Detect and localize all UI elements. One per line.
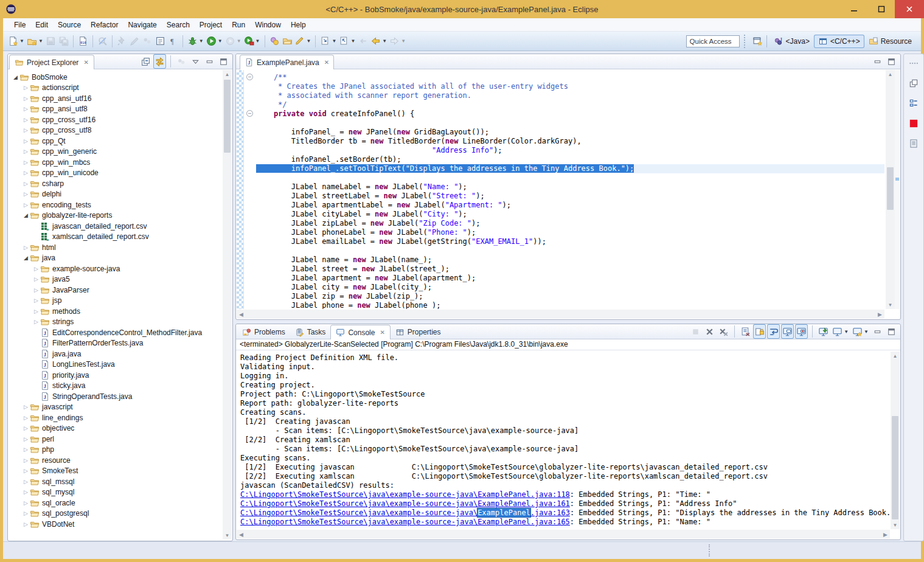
- code-line[interactable]: private void createInfoPanel() {: [256, 109, 884, 119]
- tree-item[interactable]: JLongLinesTest.java: [8, 359, 223, 370]
- code-line[interactable]: JLabel cityLabel = new JLabel("City: ");: [256, 210, 884, 219]
- dropdown-arrow-icon[interactable]: ▼: [307, 38, 311, 44]
- tree-item[interactable]: ▷cpp_cross_utf16: [8, 114, 223, 125]
- dropdown-arrow-icon[interactable]: ▼: [237, 38, 241, 44]
- tree-item[interactable]: JEditCorrespondenceControl_MethodFilter.…: [8, 327, 223, 338]
- tab-project-explorer[interactable]: Project Explorer ✕: [9, 55, 94, 69]
- console-vertical-scrollbar[interactable]: ▲ ▼: [891, 352, 900, 529]
- close-icon[interactable]: ✕: [324, 59, 329, 66]
- scroll-up-icon[interactable]: ▲: [223, 70, 232, 78]
- expand-arrow-icon[interactable]: ▷: [22, 245, 30, 251]
- tree-item[interactable]: ▷csharp: [8, 178, 223, 189]
- tree-item[interactable]: ▷jsp: [8, 296, 223, 307]
- perspective-cc[interactable]: <C/C++>: [814, 35, 864, 48]
- next-annotation-icon[interactable]: ▼: [319, 34, 338, 49]
- tree-item[interactable]: JFilterPatternOrderTests.java: [8, 338, 223, 349]
- console-hyperlink[interactable]: C:\Lingoport\SmokeTestSource\java\exampl…: [240, 499, 570, 508]
- highlighter-icon[interactable]: ▼: [294, 34, 313, 49]
- code-line[interactable]: JLabel zipLabel = new JLabel("Zip Code: …: [256, 219, 884, 228]
- tree-scrollbar[interactable]: ▲ ▼: [223, 70, 232, 539]
- scroll-right-icon[interactable]: ▶: [883, 532, 888, 538]
- code-line[interactable]: * associated with scanner report generat…: [256, 91, 884, 100]
- tree-item[interactable]: ▷objectivec: [8, 423, 223, 434]
- profile-icon[interactable]: ▼: [224, 34, 243, 49]
- run-icon[interactable]: ▼: [205, 34, 224, 49]
- binary-file-icon[interactable]: 010: [77, 34, 89, 49]
- forward-icon[interactable]: ▼: [388, 34, 407, 49]
- debug-icon[interactable]: ▼: [186, 34, 205, 49]
- expand-arrow-icon[interactable]: ▷: [22, 521, 30, 527]
- expand-arrow-icon[interactable]: ▷: [22, 170, 30, 176]
- tree-item[interactable]: ▷line_endings: [8, 412, 223, 423]
- scroll-right-icon[interactable]: ▶: [878, 311, 882, 317]
- code-line[interactable]: "Address Info");: [256, 146, 884, 155]
- display-console-icon[interactable]: ▼: [831, 324, 850, 339]
- expand-arrow-icon[interactable]: ▷: [22, 415, 30, 421]
- tree-item[interactable]: ▷sql_mysql: [8, 487, 223, 498]
- expand-arrow-icon[interactable]: ▷: [32, 287, 40, 293]
- pin-console-icon[interactable]: [817, 324, 830, 339]
- tree-item[interactable]: ▷encoding_tests: [8, 199, 223, 210]
- perspective-resource[interactable]: Resource: [864, 35, 916, 48]
- tree-item[interactable]: ▷sql_postgresql: [8, 508, 223, 519]
- open-element-icon[interactable]: [154, 34, 167, 49]
- dropdown-arrow-icon[interactable]: ▼: [199, 38, 204, 44]
- tree-item[interactable]: JStringOperandTests.java: [8, 391, 223, 402]
- tab-examplepanel-java[interactable]: J ExamplePanel.java ✕: [240, 55, 334, 69]
- last-edit-location-icon[interactable]: [356, 34, 369, 49]
- tree-item[interactable]: ▷delphi: [8, 189, 223, 200]
- expand-arrow-icon[interactable]: ▷: [22, 446, 30, 453]
- tab-tasks[interactable]: Tasks: [290, 325, 331, 339]
- close-icon[interactable]: ✕: [83, 59, 88, 66]
- collapse-arrow-icon[interactable]: ◢: [22, 255, 30, 261]
- console-horizontal-scrollbar[interactable]: ◀ ▶: [237, 530, 890, 539]
- expand-arrow-icon[interactable]: ▷: [32, 297, 40, 304]
- scroll-up-icon[interactable]: ▲: [891, 352, 900, 360]
- tree-item[interactable]: Jjava.java: [8, 349, 223, 359]
- expand-arrow-icon[interactable]: ▷: [22, 85, 30, 91]
- console-hyperlink[interactable]: C:\Lingoport\SmokeTestSource\java\exampl…: [240, 490, 570, 499]
- dropdown-arrow-icon[interactable]: ▼: [332, 38, 336, 44]
- scrollbar-thumb[interactable]: [224, 80, 231, 153]
- dropdown-arrow-icon[interactable]: ▼: [218, 38, 223, 44]
- dropdown-arrow-icon[interactable]: ▼: [350, 38, 355, 44]
- code-line[interactable]: [256, 173, 884, 182]
- perspective-java[interactable]: J<Java>: [769, 35, 814, 48]
- code-line[interactable]: [256, 119, 884, 128]
- tree-item[interactable]: ▷cpp_Qt: [8, 136, 223, 147]
- expand-arrow-icon[interactable]: ▷: [22, 425, 30, 431]
- editor-vertical-scrollbar[interactable]: ▲ ▼: [886, 70, 895, 309]
- dropdown-arrow-icon[interactable]: ▼: [38, 38, 43, 44]
- prev-annotation-icon[interactable]: ▼: [338, 34, 356, 49]
- scroll-left-icon[interactable]: ◀: [239, 311, 243, 317]
- open-resource-icon[interactable]: [281, 34, 294, 49]
- menu-refactor[interactable]: Refactor: [86, 19, 123, 30]
- open-perspective-icon[interactable]: [751, 34, 764, 49]
- code-line[interactable]: JLabel name = new JLabel(name_);: [256, 255, 884, 265]
- view-menu-icon[interactable]: [189, 54, 202, 69]
- tree-item[interactable]: ▷sql_oracle: [8, 498, 223, 508]
- stdout-icon[interactable]: [781, 324, 794, 339]
- code-line[interactable]: JLabel street = new JLabel(street_);: [256, 265, 884, 274]
- fold-collapse-icon[interactable]: –: [246, 110, 253, 117]
- minimize-view-icon[interactable]: [871, 54, 884, 69]
- dropdown-arrow-icon[interactable]: ▼: [255, 38, 260, 44]
- drag-dots-icon[interactable]: [907, 56, 920, 71]
- window-close-icon[interactable]: [895, 0, 924, 18]
- tree-item[interactable]: ▷html: [8, 242, 223, 253]
- menu-file[interactable]: File: [9, 19, 30, 30]
- code-line[interactable]: JLabel apartment = new JLabel(apartment_…: [256, 274, 884, 283]
- tree-item[interactable]: ▷java5: [8, 274, 223, 285]
- tree-item[interactable]: ◢java: [8, 253, 223, 264]
- tree-item[interactable]: ▷cpp_ansi_utf8: [8, 104, 223, 115]
- new-file-icon[interactable]: ▼: [7, 34, 26, 49]
- code-line-selected[interactable]: infoPanel_.setToolTipText("Displays the …: [256, 164, 884, 173]
- expand-arrow-icon[interactable]: ▷: [22, 404, 30, 410]
- window-minimize-icon[interactable]: [840, 0, 867, 18]
- expand-arrow-icon[interactable]: ▷: [32, 276, 40, 282]
- expand-arrow-icon[interactable]: ▷: [22, 181, 30, 187]
- tree-item[interactable]: ▷example-source-java: [8, 263, 223, 274]
- paintbrush-icon[interactable]: [128, 34, 141, 49]
- tab-console[interactable]: Console✕: [330, 325, 390, 339]
- outline-view-icon[interactable]: [907, 96, 920, 111]
